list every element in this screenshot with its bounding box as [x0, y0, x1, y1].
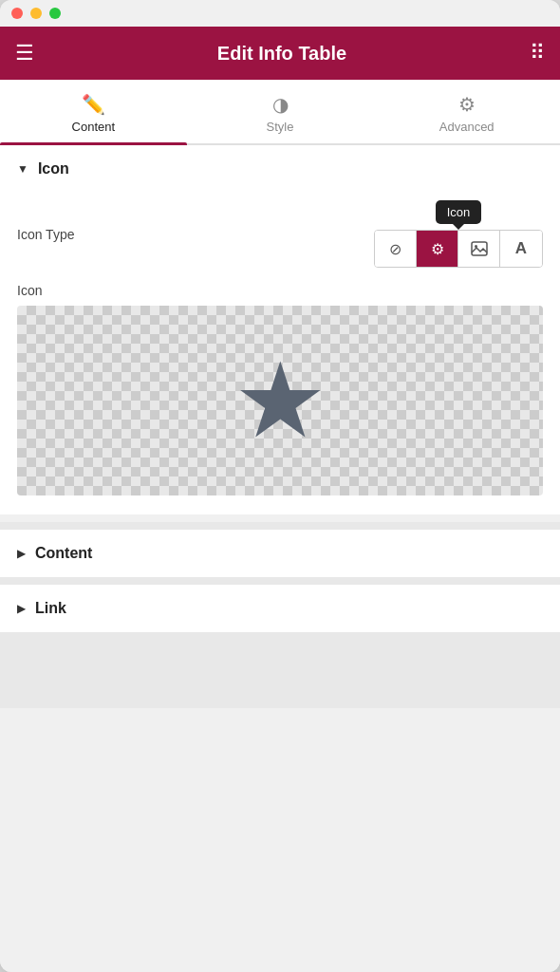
content-tab-label: Content [72, 120, 116, 134]
icon-type-text-button[interactable]: A [500, 231, 542, 267]
icon-type-none-button[interactable]: ⊘ [375, 231, 417, 267]
divider-1 [0, 522, 560, 530]
icon-section: ▼ Icon Icon Type Icon ⊘ ⚙ [0, 145, 560, 514]
maximize-button[interactable] [49, 8, 61, 19]
title-bar [0, 0, 560, 27]
icon-type-icon-button[interactable]: ⚙ [417, 231, 458, 267]
divider-3 [0, 632, 560, 708]
content-section-title: Content [35, 545, 92, 562]
content-section: ▶ Content [0, 530, 560, 577]
advanced-tab-label: Advanced [439, 120, 495, 134]
icon-type-group-wrapper: Icon ⊘ ⚙ A [374, 200, 543, 268]
divider-2 [0, 577, 560, 585]
menu-icon[interactable]: ☰ [15, 41, 34, 65]
content-area: ▼ Icon Icon Type Icon ⊘ ⚙ [0, 145, 560, 972]
style-tab-icon: ◑ [272, 93, 289, 116]
icon-tooltip: Icon [436, 200, 482, 224]
link-section-header[interactable]: ▶ Link [0, 585, 560, 632]
content-section-arrow: ▶ [17, 547, 26, 560]
app-window: ☰ Edit Info Table ⠿ ✏️ Content ◑ Style ⚙… [0, 0, 560, 972]
tab-advanced[interactable]: ⚙ Advanced [373, 80, 560, 143]
icon-section-title: Icon [38, 160, 69, 178]
tabs-bar: ✏️ Content ◑ Style ⚙ Advanced [0, 80, 560, 145]
icon-type-label: Icon Type [17, 227, 74, 242]
icon-preview-area: ★ [17, 306, 543, 495]
style-tab-label: Style [267, 120, 294, 134]
page-title: Edit Info Table [217, 43, 346, 65]
close-button[interactable] [11, 8, 23, 19]
svg-rect-0 [472, 242, 487, 255]
content-tab-icon: ✏️ [82, 93, 105, 116]
icon-section-header[interactable]: ▼ Icon [0, 145, 560, 193]
icon-type-row: Icon Type Icon ⊘ ⚙ [17, 200, 543, 268]
header: ☰ Edit Info Table ⠿ [0, 27, 560, 80]
content-section-header[interactable]: ▶ Content [0, 530, 560, 577]
icon-preview-label: Icon [17, 283, 543, 298]
tab-style[interactable]: ◑ Style [187, 80, 374, 143]
icon-type-image-button[interactable] [458, 231, 500, 267]
icon-section-body: Icon Type Icon ⊘ ⚙ [0, 193, 560, 514]
icon-type-group: ⊘ ⚙ A [374, 230, 543, 268]
link-section-title: Link [35, 600, 66, 617]
advanced-tab-icon: ⚙ [458, 93, 476, 116]
minimize-button[interactable] [30, 8, 42, 19]
icon-section-arrow: ▼ [17, 162, 28, 176]
star-icon: ★ [233, 348, 327, 453]
link-section: ▶ Link [0, 585, 560, 632]
link-section-arrow: ▶ [17, 602, 26, 615]
grid-icon[interactable]: ⠿ [530, 41, 545, 65]
tab-content[interactable]: ✏️ Content [0, 80, 187, 143]
